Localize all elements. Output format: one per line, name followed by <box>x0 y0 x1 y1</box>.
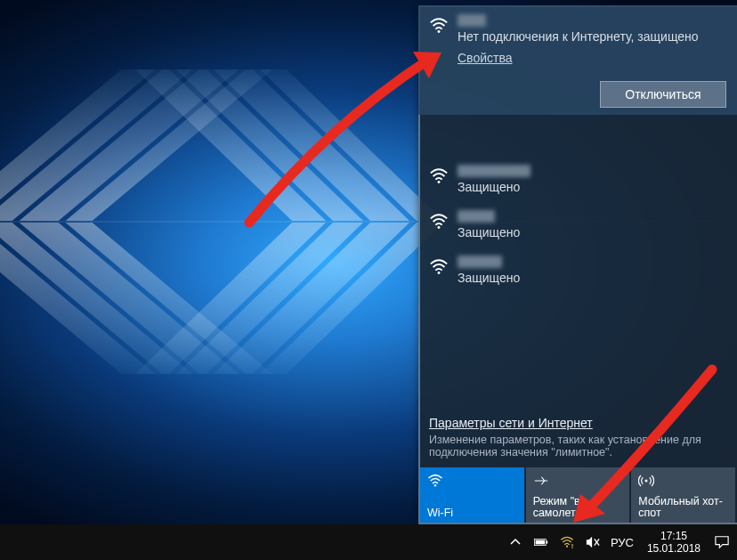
disconnect-button[interactable]: Отключиться <box>600 81 726 108</box>
network-status: Защищено <box>458 225 726 239</box>
svg-point-5 <box>645 480 648 483</box>
language-indicator[interactable]: РУС <box>611 536 634 549</box>
network-item[interactable]: Защищено <box>418 202 737 248</box>
airplane-icon <box>533 473 623 489</box>
tile-label: Мобильный хот-спот <box>638 496 728 519</box>
clock-date: 15.01.2018 <box>647 542 701 555</box>
tile-label: Wi-Fi <box>427 507 517 519</box>
volume-muted-icon[interactable] <box>585 524 601 560</box>
svg-point-2 <box>438 226 441 229</box>
taskbar: ! РУС 17:15 15.01.2018 <box>0 524 737 560</box>
network-item[interactable]: Защищено <box>418 248 737 293</box>
action-center-icon[interactable] <box>714 524 730 560</box>
network-ssid <box>458 14 486 27</box>
network-tray-icon[interactable]: ! <box>559 524 575 560</box>
network-settings-link[interactable]: Параметры сети и Интернет <box>429 416 726 430</box>
tray-chevron-up-icon[interactable] <box>507 524 523 560</box>
svg-text:!: ! <box>571 542 573 549</box>
battery-icon[interactable] <box>533 524 549 560</box>
network-item[interactable]: Защищено <box>418 157 737 202</box>
tile-hotspot[interactable]: Мобильный хот-спот <box>631 467 735 523</box>
network-ssid <box>458 210 495 223</box>
wifi-icon <box>429 212 449 231</box>
svg-rect-8 <box>535 540 544 545</box>
network-ssid <box>458 256 502 268</box>
tile-airplane[interactable]: Режим "в самолете" <box>526 467 630 523</box>
wifi-icon <box>429 257 449 277</box>
clock[interactable]: 17:15 15.01.2018 <box>644 530 704 555</box>
svg-rect-7 <box>546 540 547 543</box>
tile-label: Режим "в самолете" <box>533 496 623 519</box>
wifi-icon <box>429 166 449 186</box>
clock-time: 17:15 <box>647 530 701 542</box>
wifi-icon <box>427 473 517 489</box>
network-item-connected[interactable]: Нет подключения к Интернету, защищено Св… <box>418 5 737 115</box>
network-status: Защищено <box>458 271 726 285</box>
network-flyout: Нет подключения к Интернету, защищено Св… <box>418 5 737 524</box>
svg-point-3 <box>438 272 441 274</box>
svg-point-4 <box>434 484 436 486</box>
properties-link[interactable]: Свойства <box>458 51 512 65</box>
network-status: Нет подключения к Интернету, защищено <box>458 29 726 44</box>
svg-point-9 <box>566 546 568 548</box>
network-status: Защищено <box>458 180 726 194</box>
network-settings-desc: Изменение параметров, таких как установл… <box>429 434 726 459</box>
hotspot-icon <box>638 473 728 489</box>
svg-point-0 <box>438 30 441 33</box>
wifi-icon <box>429 16 449 36</box>
tile-wifi[interactable]: Wi-Fi <box>420 467 524 523</box>
network-ssid <box>458 165 530 177</box>
svg-point-1 <box>438 181 441 183</box>
